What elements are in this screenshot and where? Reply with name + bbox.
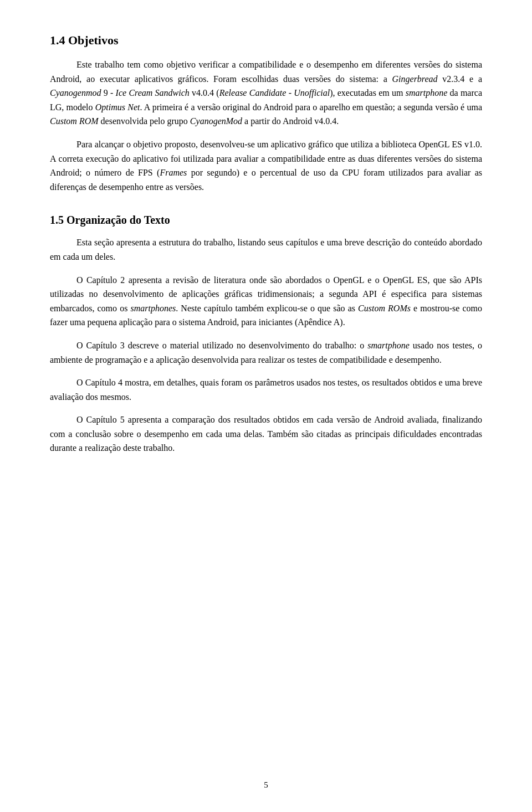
page-number: 5: [264, 780, 268, 790]
section-1-5-paragraph-2: O Capítulo 2 apresenta a revisão de lite…: [50, 273, 482, 330]
section-1-5-paragraph-5: O Capítulo 5 apresenta a comparação dos …: [50, 413, 482, 455]
section-1-4-title: 1.4 Objetivos: [50, 33, 482, 48]
section-1-5-title: 1.5 Organização do Texto: [50, 214, 482, 227]
section-1-4-paragraph-1: Este trabalho tem como objetivo verifica…: [50, 58, 482, 129]
section-1-5-paragraph-3: O Capítulo 3 descreve o material utiliza…: [50, 338, 482, 367]
section-1-5-paragraph-4: O Capítulo 4 mostra, em detalhes, quais …: [50, 376, 482, 404]
section-1-5-paragraph-1: Esta seção apresenta a estrutura do trab…: [50, 235, 482, 264]
page: 1.4 Objetivos Este trabalho tem como obj…: [0, 0, 532, 812]
section-1-4-paragraph-2: Para alcançar o objetivo proposto, desen…: [50, 137, 482, 194]
